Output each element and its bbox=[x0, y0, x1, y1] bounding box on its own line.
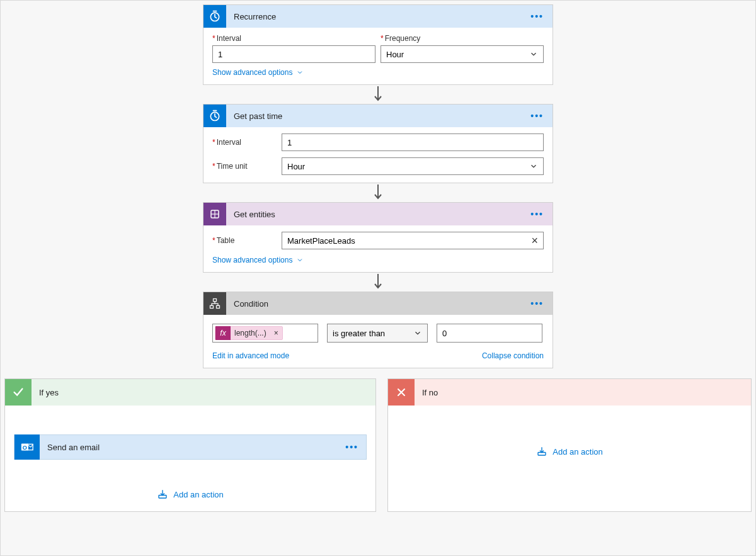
grid-icon bbox=[203, 203, 226, 225]
if-yes-header[interactable]: If yes bbox=[5, 379, 375, 406]
get-entities-header[interactable]: Get entities ••• bbox=[203, 203, 553, 225]
interval-input[interactable]: 1 bbox=[212, 45, 375, 63]
recurrence-menu-icon[interactable]: ••• bbox=[530, 11, 544, 21]
clock-icon bbox=[203, 5, 226, 28]
interval-label: *Interval bbox=[212, 34, 375, 43]
condition-card: Condition ••• fx length(...) × is greate… bbox=[203, 292, 553, 368]
condition-value-input[interactable]: 0 bbox=[437, 324, 542, 343]
send-email-title: Send an email bbox=[47, 443, 345, 452]
gpt-interval-label: *Interval bbox=[212, 138, 282, 147]
condition-header[interactable]: Condition ••• bbox=[203, 292, 553, 315]
if-yes-title: If yes bbox=[39, 388, 59, 397]
flow-arrow-icon bbox=[373, 183, 383, 202]
condition-branches: If yes O Send an email ••• Add an action bbox=[4, 378, 752, 512]
chevron-down-icon bbox=[529, 162, 538, 171]
svg-rect-8 bbox=[214, 299, 217, 302]
branch-icon bbox=[203, 292, 226, 315]
get-past-time-title: Get past time bbox=[234, 111, 282, 121]
gpt-timeunit-select[interactable]: Hour bbox=[282, 157, 544, 175]
get-past-time-header[interactable]: Get past time ••• bbox=[203, 105, 553, 127]
flow-arrow-icon bbox=[373, 85, 383, 104]
condition-title: Condition bbox=[234, 299, 268, 309]
add-action-button-no[interactable]: Add an action bbox=[536, 446, 603, 457]
condition-menu-icon[interactable]: ••• bbox=[530, 298, 544, 309]
get-past-time-menu-icon[interactable]: ••• bbox=[530, 111, 544, 121]
recurrence-header[interactable]: Recurrence ••• bbox=[203, 5, 553, 28]
if-no-title: If no bbox=[422, 388, 438, 397]
get-entities-title: Get entities bbox=[234, 210, 275, 219]
add-action-button-yes[interactable]: Add an action bbox=[157, 489, 224, 500]
clock-icon bbox=[203, 105, 226, 127]
collapse-condition-link[interactable]: Collapse condition bbox=[482, 351, 544, 360]
send-email-action[interactable]: O Send an email ••• bbox=[14, 434, 367, 460]
entities-show-advanced-link[interactable]: Show advanced options bbox=[212, 256, 544, 264]
if-yes-branch: If yes O Send an email ••• Add an action bbox=[4, 378, 376, 512]
condition-operator-select[interactable]: is greater than bbox=[327, 324, 428, 343]
condition-expression-input[interactable]: fx length(...) × bbox=[212, 324, 318, 343]
check-icon bbox=[5, 379, 32, 406]
gpt-timeunit-label: *Time unit bbox=[212, 162, 282, 171]
recurrence-card: Recurrence ••• *Interval 1 *Frequency Ho… bbox=[203, 4, 553, 85]
flow-canvas: Recurrence ••• *Interval 1 *Frequency Ho… bbox=[1, 1, 755, 555]
chevron-down-icon bbox=[529, 50, 538, 59]
close-icon bbox=[388, 379, 415, 406]
get-entities-menu-icon[interactable]: ••• bbox=[530, 209, 544, 219]
gpt-interval-input[interactable]: 1 bbox=[282, 133, 544, 151]
if-no-header[interactable]: If no bbox=[388, 379, 751, 406]
if-no-branch: If no Add an action bbox=[387, 378, 752, 512]
fx-icon: fx bbox=[215, 326, 231, 340]
table-input[interactable]: MarketPlaceLeads × bbox=[282, 232, 544, 249]
edit-advanced-mode-link[interactable]: Edit in advanced mode bbox=[212, 351, 289, 360]
expression-text: length(...) bbox=[231, 329, 270, 338]
svg-rect-9 bbox=[210, 305, 214, 308]
recurrence-show-advanced-link[interactable]: Show advanced options bbox=[212, 68, 544, 77]
expression-pill[interactable]: fx length(...) × bbox=[215, 326, 283, 340]
recurrence-title: Recurrence bbox=[234, 12, 276, 21]
get-entities-card: Get entities ••• *Table MarketPlaceLeads… bbox=[203, 202, 553, 273]
chevron-down-icon bbox=[413, 329, 422, 338]
svg-rect-10 bbox=[217, 305, 220, 308]
table-label: *Table bbox=[212, 236, 282, 245]
send-email-menu-icon[interactable]: ••• bbox=[345, 442, 358, 452]
flow-arrow-icon bbox=[373, 273, 383, 292]
outlook-icon: O bbox=[14, 434, 40, 460]
remove-expression-icon[interactable]: × bbox=[270, 329, 282, 338]
frequency-select[interactable]: Hour bbox=[381, 45, 544, 63]
get-past-time-card: Get past time ••• *Interval 1 *Time unit… bbox=[203, 104, 553, 183]
svg-text:O: O bbox=[23, 445, 27, 451]
close-icon[interactable]: × bbox=[531, 234, 538, 247]
frequency-label: *Frequency bbox=[381, 34, 544, 43]
